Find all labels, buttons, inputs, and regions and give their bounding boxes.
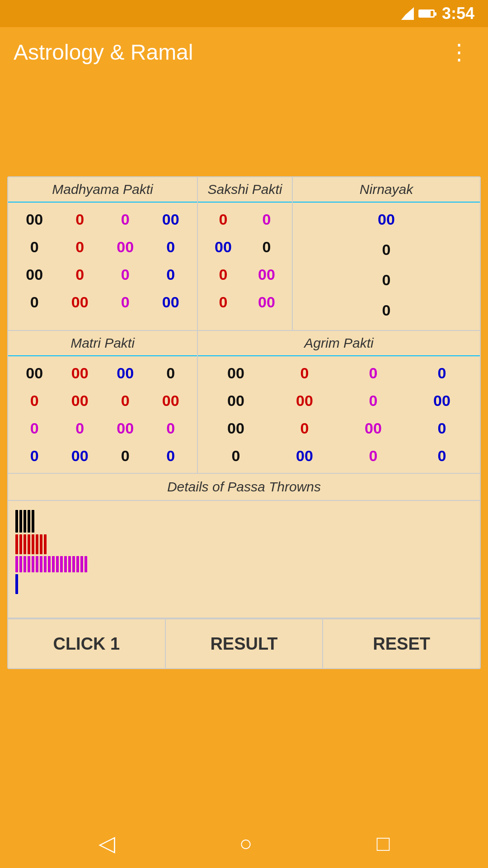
madhyama-header: Madhyama Pakti [8,177,197,203]
matri-section: Matri Pakti 00000000000000000000000 [8,331,198,473]
barcode-row-1 [15,510,473,533]
status-time: 3:54 [442,4,474,23]
grid-cell: 00 [12,262,57,287]
grid-cell: 0 [408,443,476,468]
status-bar: 3:54 [0,0,488,27]
grid-cell: 00 [57,388,103,413]
nav-bar: ◁ ○ □ [0,818,488,868]
grid-cell: 0 [296,298,476,323]
sakshi-section: Sakshi Pakti 00000000000 [198,177,293,330]
barcode-bar [60,556,63,572]
grid-cell: 0 [339,361,408,386]
grid-cell: 0 [296,237,476,262]
grid-cell: 0 [57,235,103,259]
top-row: Madhyama Pakti 0000000000000000000000 Sa… [8,177,480,331]
grid-cell: 0 [202,262,245,287]
barcode-bar [32,556,34,572]
sakshi-header: Sakshi Pakti [198,177,292,203]
barcode-bar [64,556,67,572]
grid-cell: 00 [57,361,103,386]
barcode-bar [36,556,38,572]
grid-cell: 0 [148,262,194,287]
barcode-bar [40,534,42,554]
barcode-bar [15,534,18,554]
grid-cell: 0 [57,416,103,441]
reset-button[interactable]: RESET [323,619,480,668]
barcode-row-3 [15,556,473,572]
grid-cell: 00 [202,361,270,386]
barcode-bar [28,510,30,533]
grid-cell: 0 [202,207,245,232]
grid-cell: 0 [148,361,194,386]
grid-cell: 00 [12,361,57,386]
details-bar: Details of Passa Throwns [8,473,480,501]
barcode-bar [44,556,47,572]
barcode-bar [84,556,87,572]
barcode-bar [23,510,26,533]
barcode-bar [48,556,51,572]
barcode-bar [76,556,79,572]
grid-cell: 0 [12,416,57,441]
grid-cell: 0 [12,290,57,315]
grid-cell: 0 [103,207,148,232]
barcode-bar [68,556,71,572]
back-button[interactable]: ◁ [99,830,115,856]
nirnayak-body: 00000 [293,203,480,330]
click1-button[interactable]: CLICK 1 [8,619,166,668]
barcode-bar [15,574,18,594]
grid-cell: 0 [270,361,339,386]
barcode-bar [36,534,38,554]
battery-icon [418,9,435,18]
barcode-bar [32,534,34,554]
barcode-bar [52,556,55,572]
grid-cell: 0 [148,443,194,468]
grid-cell: 00 [270,443,339,468]
grid-cell: 00 [148,207,194,232]
agrim-section: Agrim Pakti 00000000000000000000000 [198,331,480,473]
grid-cell: 00 [148,290,194,315]
grid-cell: 0 [103,388,148,413]
grid-cell: 00 [202,416,270,441]
grid-cell: 00 [202,235,245,259]
barcode-bar [19,534,22,554]
barcode-bar [28,534,30,554]
grid-cell: 0 [202,290,245,315]
barcode-bar [80,556,83,572]
grid-cell: 0 [103,262,148,287]
grid-cell: 0 [12,235,57,259]
barcode-bar [40,556,42,572]
nirnayak-header: Nirnayak [293,177,480,203]
grid-cell: 00 [103,235,148,259]
grid-cell: 00 [57,290,103,315]
grid-cell: 00 [202,388,270,413]
grid-cell: 0 [296,268,476,292]
grid-cell: 00 [339,416,408,441]
barcode-area [8,501,480,618]
sakshi-body: 00000000000 [198,203,292,319]
grid-cell: 00 [103,361,148,386]
grid-cell: 00 [103,416,148,441]
grid-cell: 0 [103,290,148,315]
grid-cell: 00 [57,443,103,468]
barcode-bar [72,556,75,572]
grid-container: Madhyama Pakti 0000000000000000000000 Sa… [7,176,481,669]
grid-cell: 00 [245,290,288,315]
recent-button[interactable]: □ [377,831,390,856]
matri-header: Matri Pakti [8,331,197,356]
grid-cell: 00 [270,388,339,413]
barcode-bar [23,534,26,554]
grid-cell: 0 [245,207,288,232]
barcode-bar [23,556,26,572]
grid-cell: 0 [57,262,103,287]
main-content: Madhyama Pakti 0000000000000000000000 Sa… [0,176,488,818]
home-button[interactable]: ○ [239,831,253,856]
nirnayak-section: Nirnayak 00000 [293,177,480,330]
result-button[interactable]: RESULT [166,619,324,668]
signal-icon [401,7,414,20]
barcode-row-2 [15,534,473,554]
barcode-bar [19,556,22,572]
grid-cell: 0 [12,388,57,413]
matri-body: 00000000000000000000000 [8,356,197,473]
barcode-bar [32,510,34,533]
menu-button[interactable]: ⋮ [444,35,474,69]
